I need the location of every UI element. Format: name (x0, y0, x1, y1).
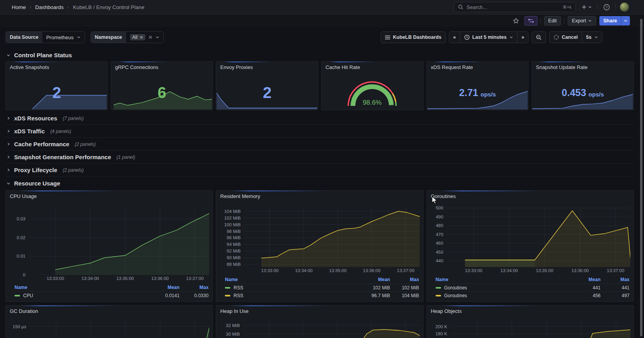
panel-gc-duration[interactable]: GC Duration 150 µs100 µs50 µs13:33:0013:… (5, 305, 213, 338)
x-axis-label: 13:34:00 (81, 276, 99, 281)
series-color-swatch (436, 295, 441, 296)
legend-header-max[interactable]: Max (179, 285, 208, 290)
namespace-chip[interactable]: All (130, 34, 145, 40)
stat-value: 0.453ops/s (532, 73, 633, 110)
legend-header-mean[interactable]: Mean (361, 277, 390, 282)
edit-button[interactable]: Edit (544, 16, 561, 25)
row-header-control-plane-status[interactable]: Control Plane Status (5, 49, 634, 60)
panel-heap-in-use[interactable]: Heap In Use 32 MiB30 MiB28 MiB26 MiB24 M… (216, 305, 423, 338)
share-button[interactable]: Share (599, 16, 621, 25)
panel-xds-request-rate[interactable]: xDS Request Rate 2.71ops/s (427, 61, 529, 110)
dashboard-row-xds-traffic[interactable]: xDS Traffic (4 panels) (5, 125, 634, 138)
namespace-variable[interactable]: Namespace All (90, 31, 164, 43)
dashboard-row-proxy-lifecycle[interactable]: Proxy Lifecycle (2 panels) (5, 164, 634, 176)
plot-area[interactable] (29, 206, 209, 275)
panel-heap-objects[interactable]: Heap Objects 200 K180 K160 K140 K13:33:0… (427, 305, 634, 338)
series-color-swatch (436, 287, 441, 289)
close-icon[interactable] (140, 36, 143, 39)
series-max-value: 102 MiB (390, 285, 419, 291)
time-shift-forward-button[interactable]: » (517, 32, 528, 43)
plot-area[interactable] (243, 321, 420, 338)
x-axis-label: 13:35:00 (116, 276, 134, 281)
loading-spinner-icon (554, 35, 559, 40)
panel-cache-hit-rate[interactable]: Cache Hit Rate 98.6% (321, 61, 423, 110)
breadcrumb-current: KubeLB / Envoy Control Plane (73, 4, 144, 10)
y-axis-label: 98 MiB (227, 229, 241, 234)
panel-snapshot-update-rate[interactable]: Snapshot Update Rate 0.453ops/s (532, 61, 634, 110)
series-name: Goroutines (444, 293, 467, 298)
y-axis-label: 92 MiB (227, 249, 241, 253)
y-axis-label: 200 K (436, 324, 447, 329)
stat-value: 6 (111, 73, 213, 110)
share-menu-button[interactable] (621, 16, 630, 25)
y-axis-label: 440 (436, 258, 443, 263)
search-input[interactable]: Search... ⌘+k (454, 2, 576, 12)
kubelb-dashboards-button[interactable]: KubeLB Dashboards (381, 31, 446, 43)
dashboard-row-xds-resources[interactable]: xDS Resources (7 panels) (5, 112, 634, 125)
y-axis-label: 90 MiB (227, 255, 241, 260)
series-max-value: 0.0330 (179, 293, 208, 298)
refresh-interval-button[interactable]: 5s (582, 32, 602, 43)
chevron-right-icon (5, 129, 11, 133)
gauge: 98.6% (322, 72, 423, 110)
legend-header-mean[interactable]: Mean (572, 277, 601, 282)
legend-row[interactable]: RSS96.7 MiB104 MiB (225, 291, 419, 299)
star-button[interactable] (510, 16, 521, 25)
panel-envoy-proxies[interactable]: Envoy Proxies 2 (216, 61, 318, 110)
time-shift-back-button[interactable]: « (449, 32, 460, 43)
dashboard-row-cache-performance[interactable]: Cache Performance (2 panels) (5, 138, 634, 151)
legend-header-name[interactable]: Name (436, 277, 572, 282)
legend-row[interactable]: Goroutines456497 (436, 291, 630, 299)
legend-header-max[interactable]: Max (601, 277, 630, 282)
cancel-refresh-button[interactable]: Cancel (550, 32, 582, 43)
page-scrollbar[interactable] (640, 19, 642, 336)
legend-row[interactable]: Goroutines441441 (436, 283, 630, 291)
legend-row[interactable]: CPU0.01410.0330 (14, 291, 208, 299)
y-axis-label: 0.03 (17, 216, 25, 221)
datasource-value[interactable]: Prometheus (42, 32, 85, 43)
chevron-right-icon (5, 116, 11, 120)
chevron-down-icon (588, 19, 592, 23)
swap-arrows-icon (528, 18, 534, 23)
plot-area[interactable] (29, 321, 209, 338)
panel-resident-memory[interactable]: Resident Memory 104 MiB102 MiB100 MiB98 … (216, 190, 423, 302)
namespace-value[interactable]: All (126, 32, 163, 43)
legend: NameMeanMaxRSS102 MiB102 MiBRSS96.7 MiB1… (219, 275, 420, 299)
panel-goroutines[interactable]: Goroutines 50049048047046045044013:33:00… (427, 190, 634, 302)
panel-active-snapshots[interactable]: Active Snapshots 2 (5, 61, 108, 110)
breadcrumb-home[interactable]: Home (12, 4, 26, 10)
top-nav: Home › Dashboards › KubeLB / Envoy Contr… (0, 0, 644, 15)
clear-icon[interactable] (148, 35, 152, 39)
legend-header-max[interactable]: Max (390, 277, 419, 282)
help-button[interactable]: ? (602, 3, 611, 12)
legend-row[interactable]: RSS102 MiB102 MiB (225, 283, 419, 291)
legend-header-mean[interactable]: Mean (150, 285, 179, 290)
plot-area[interactable] (244, 206, 420, 267)
y-axis-label: 180 K (436, 331, 447, 336)
x-axis-label: 13:33:00 (47, 276, 64, 281)
export-button[interactable]: Export (568, 16, 596, 25)
datasource-variable[interactable]: Data Source Prometheus (5, 31, 85, 43)
zoom-out-button[interactable] (532, 31, 546, 43)
plot-area[interactable] (450, 321, 630, 338)
divider (597, 4, 598, 10)
plot-area[interactable] (447, 206, 630, 267)
stat-value: 2 (6, 73, 107, 110)
series-color-swatch (225, 295, 230, 296)
dashboard-row-snapshot-generation-performance[interactable]: Snapshot Generation Performance (1 panel… (5, 151, 634, 164)
series-name: RSS (233, 285, 243, 291)
shared-toggle-button[interactable] (525, 16, 537, 25)
avatar[interactable] (620, 2, 629, 12)
panel-cpu-usage[interactable]: CPU Usage 0.030.020.01013:33:0013:34:001… (5, 190, 213, 302)
time-range-button[interactable]: Last 5 minutes (460, 32, 518, 43)
y-axis-label: 0 (23, 273, 25, 277)
row-header-resource-usage[interactable]: Resource Usage (5, 177, 634, 189)
legend-header-name[interactable]: Name (225, 277, 361, 282)
breadcrumb-dashboards[interactable]: Dashboards (35, 4, 64, 10)
zoom-out-icon (536, 35, 542, 40)
add-button[interactable] (580, 3, 593, 11)
svg-text:98.6%: 98.6% (363, 99, 382, 106)
legend: NameMeanMaxCPU0.01410.0330 (9, 283, 209, 299)
panel-grpc-connections[interactable]: gRPC Connections 6 (111, 61, 213, 110)
legend-header-name[interactable]: Name (14, 285, 150, 290)
